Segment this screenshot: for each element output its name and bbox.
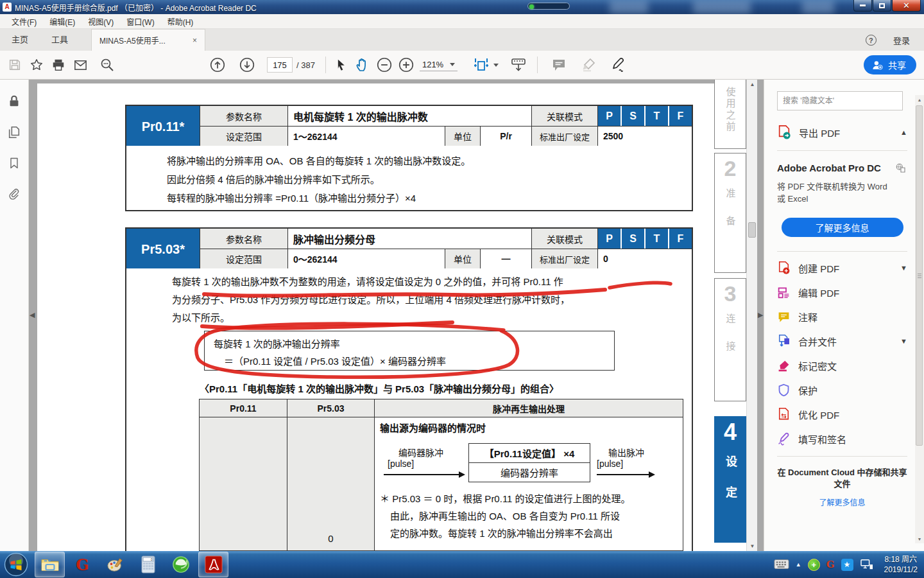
tab-home[interactable]: 主页 <box>0 28 40 51</box>
find-button[interactable] <box>96 55 118 75</box>
taskbar-calculator[interactable]: 0 <box>133 552 163 577</box>
footer-learn-more-link[interactable]: 了解更多信息 <box>819 496 865 507</box>
scroll-up-icon[interactable]: ▲ <box>915 95 924 104</box>
bookmark-icon[interactable] <box>8 155 21 171</box>
menu-window[interactable]: 窗口(W) <box>120 14 160 29</box>
menu-file[interactable]: 文件(F) <box>5 14 43 29</box>
help-icon[interactable]: ? <box>866 35 877 46</box>
messenger-tray-icon[interactable]: ★ <box>841 559 853 571</box>
scroll-down-icon[interactable]: ▼ <box>747 541 758 551</box>
select-tool-button[interactable] <box>330 55 352 75</box>
print-button[interactable] <box>47 55 69 75</box>
restore-icon <box>879 3 885 8</box>
taskbar-explorer[interactable] <box>35 552 65 577</box>
taskbar-paint[interactable] <box>100 552 130 577</box>
tool-redact[interactable]: 标记密文 <box>777 353 907 378</box>
input-method-icon[interactable] <box>774 559 789 570</box>
tab-tools[interactable]: 工具 <box>40 28 80 51</box>
pdf-viewer[interactable]: Pr0.11* 参数名称 电机每旋转 1 次的输出脉冲数 关联模式 P S T … <box>29 80 764 551</box>
chapter-tab-before-use[interactable]: 使用之前 <box>714 80 746 149</box>
panel-scrollbar-thumb[interactable] <box>916 105 923 446</box>
chapter-tab-2[interactable]: 2 准备 <box>714 153 746 273</box>
menu-edit[interactable]: 编辑(E) <box>43 14 81 29</box>
menu-view[interactable]: 视图(V) <box>81 14 120 29</box>
sign-in-button[interactable]: 登录 <box>893 34 910 46</box>
scrollbar-thumb[interactable] <box>748 222 756 238</box>
next-page-button[interactable] <box>236 55 258 75</box>
promo-text: 将 PDF 文件联机转换为 Word 或 Excel <box>777 180 907 205</box>
zoom-in-button[interactable] <box>395 55 417 75</box>
mode-s: S <box>622 106 644 126</box>
collapse-left-panel-icon[interactable]: ◀ <box>30 311 35 319</box>
network-icon[interactable] <box>860 559 874 570</box>
attachment-icon[interactable] <box>7 186 21 202</box>
previous-page-button[interactable] <box>207 55 228 75</box>
search-tools-input[interactable] <box>777 91 903 110</box>
paragraph-line: 每旋转 1 次的输出脉冲数不为整数的用途，请将设定值设定为 0 之外的值，并可将… <box>172 273 570 291</box>
taskbar-app-g[interactable]: G <box>67 552 98 577</box>
chapter-label: 使用之前 <box>724 87 737 133</box>
antivirus-tray-icon[interactable]: + <box>808 559 820 571</box>
page-thumbnails-icon[interactable] <box>7 125 21 140</box>
export-pdf-item[interactable]: 导出 PDF ▲ <box>777 125 907 151</box>
chapter-tab-3[interactable]: 3 连接 <box>714 278 746 401</box>
combo-cell-pr011 <box>200 417 287 550</box>
reading-mode-button[interactable] <box>508 55 529 75</box>
mode-t: T <box>646 229 668 249</box>
hand-tool-button[interactable] <box>352 55 373 75</box>
tool-edit-pdf[interactable]: 编辑 PDF <box>777 280 907 304</box>
favorite-button[interactable] <box>26 55 47 75</box>
taskbar-browser[interactable] <box>166 552 196 577</box>
g-tray-icon[interactable]: G <box>826 559 835 570</box>
reading-mode-icon <box>510 57 527 73</box>
expand-right-panel-icon[interactable]: ▶ <box>758 311 763 319</box>
menu-help[interactable]: 帮助(H) <box>161 14 200 29</box>
page-number-input[interactable] <box>267 57 293 73</box>
star-icon <box>30 58 44 72</box>
fraction-box: 【Pr0.11设定值】 ×4 编码器分辨率 <box>468 443 590 482</box>
minimize-button[interactable] <box>853 0 872 12</box>
tool-create-pdf[interactable]: 创建 PDF ▼ <box>777 256 907 280</box>
unit-value: P/r <box>481 127 532 146</box>
zoom-out-button[interactable] <box>373 55 395 75</box>
fit-options-chevron-icon[interactable] <box>493 64 499 67</box>
tool-fill-sign[interactable]: 填写和签名 <box>777 426 907 451</box>
tool-optimize-pdf[interactable]: 优化 PDF <box>777 402 907 426</box>
chevron-down-icon[interactable]: ▼ <box>900 337 907 345</box>
highlight-tool-button[interactable] <box>578 55 599 75</box>
tab-close-icon[interactable]: × <box>193 36 197 45</box>
page-down-icon <box>239 57 255 73</box>
share-button[interactable]: 共享 <box>864 55 916 74</box>
chapter-tab-4-active[interactable]: 4 设定 <box>714 416 746 543</box>
default-label: 标准出厂设定 <box>532 127 598 146</box>
fit-width-button[interactable] <box>470 55 492 75</box>
share-button-label: 共享 <box>888 58 906 71</box>
taskbar-acrobat-active[interactable] <box>198 552 228 577</box>
tool-protect[interactable]: 保护 <box>777 378 907 402</box>
show-hidden-icons-icon[interactable]: ▲ <box>796 561 801 568</box>
export-pdf-label: 导出 PDF <box>799 126 840 139</box>
start-button[interactable] <box>4 552 28 577</box>
restore-button[interactable] <box>873 0 891 12</box>
panel-scrollbar[interactable]: ▲ ▼ <box>915 95 924 543</box>
scroll-down-icon[interactable]: ▼ <box>915 534 924 543</box>
scroll-up-icon[interactable]: ▲ <box>747 80 758 89</box>
tab-document[interactable]: MINAS-A5使用手... × <box>91 29 205 51</box>
save-button[interactable] <box>4 55 26 75</box>
learn-more-button[interactable]: 了解更多信息 <box>782 218 903 237</box>
formula-line2: ＝（Pr0.11 设定值 / Pr5.03 设定值）× 编码器分辨率 <box>214 353 614 370</box>
chapter-label: 设定 <box>722 455 739 517</box>
tool-combine-files[interactable]: 合并文件 ▼ <box>777 329 907 353</box>
chevron-down-icon[interactable]: ▼ <box>900 264 907 272</box>
comment-tool-button[interactable] <box>548 55 570 75</box>
tool-comment[interactable]: 注释 <box>777 304 907 329</box>
document-scrollbar[interactable]: ▲ ▼ <box>746 80 757 551</box>
lock-icon[interactable] <box>7 94 21 109</box>
email-button[interactable] <box>69 55 91 75</box>
window-title: MINAS-A5使用手册综合版.pdf （已加密） - Adobe Acroba… <box>15 2 257 13</box>
taskbar-clock[interactable]: 8:18 周六 2019/11/2 <box>884 554 918 575</box>
chevron-up-icon[interactable]: ▲ <box>900 128 907 136</box>
zoom-level-select[interactable]: 121% <box>420 58 458 71</box>
close-button[interactable]: ✕ <box>892 0 921 12</box>
fill-sign-tool-button[interactable] <box>607 55 629 75</box>
